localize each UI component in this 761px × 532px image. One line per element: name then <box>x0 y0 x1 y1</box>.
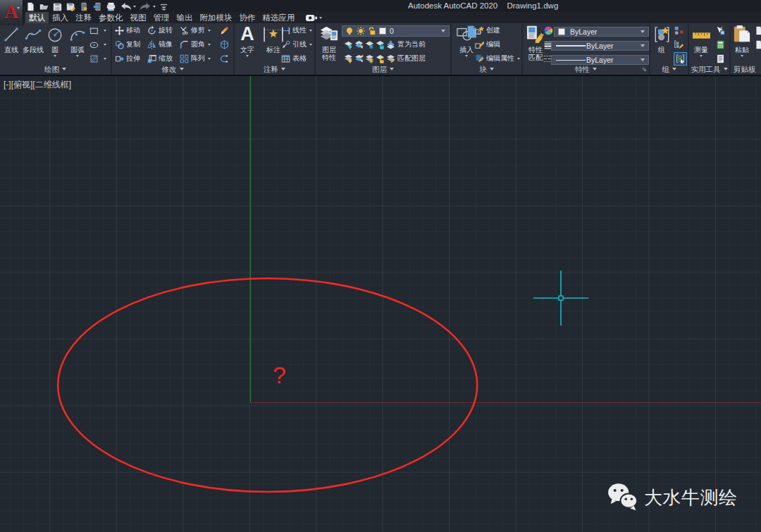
rectangle-button[interactable] <box>89 25 106 36</box>
line-button[interactable]: 直线 <box>1 25 21 54</box>
hatch-button[interactable] <box>89 53 106 64</box>
cut-button[interactable] <box>755 25 761 36</box>
lineweight-dropdown[interactable]: ByLayer <box>551 41 649 51</box>
watermark-text: 大水牛测绘 <box>644 485 738 510</box>
join-button[interactable] <box>220 53 231 64</box>
open-from-web-mobile-button[interactable] <box>79 1 89 12</box>
explode-button[interactable] <box>220 39 231 50</box>
paste-button[interactable]: 粘贴 <box>732 25 752 57</box>
autocad-window: A Autodesk AutoCAD 2020 Drawing1.dwg 默认 … <box>0 0 761 532</box>
ungroup-button[interactable] <box>674 25 686 36</box>
leader-button[interactable]: 引线 <box>281 39 312 50</box>
panel-block: 插入 创建 编辑 编辑属性 块 <box>452 23 523 75</box>
tab-output[interactable]: 输出 <box>173 12 197 23</box>
undo-button[interactable] <box>119 1 136 12</box>
tab-featured-apps[interactable]: 精选应用 <box>259 12 299 23</box>
linetype-value: ByLayer <box>586 56 614 64</box>
tab-parametric[interactable]: 参数化 <box>95 12 127 23</box>
panel-title-draw[interactable]: 绘图 <box>0 65 111 73</box>
group-edit-button[interactable] <box>674 39 686 50</box>
object-color-dropdown[interactable]: ByLayer <box>554 27 649 37</box>
save-to-web-mobile-button[interactable] <box>92 1 103 12</box>
insert-block-icon <box>456 25 477 43</box>
quick-select-button[interactable] <box>716 25 727 36</box>
copy-button[interactable]: 复制 <box>115 39 140 50</box>
properties-dialog-launcher-icon[interactable]: ⇘ <box>641 66 647 73</box>
circle-button[interactable]: 圆 <box>45 25 65 57</box>
list-button[interactable] <box>716 53 727 64</box>
open-button[interactable] <box>39 1 49 12</box>
table-button[interactable]: 表格 <box>281 53 307 64</box>
tab-home[interactable]: 默认 <box>25 12 49 23</box>
layer-on-icon <box>344 54 353 63</box>
panel-title-group[interactable]: 组 <box>650 65 688 73</box>
arc-button[interactable]: 圆弧 <box>66 25 89 57</box>
save-button[interactable] <box>52 1 63 12</box>
panel-title-modify[interactable]: 修改 <box>112 65 233 73</box>
scale-button[interactable]: 缩放 <box>147 53 173 64</box>
layer-unlock-button[interactable] <box>376 53 387 64</box>
panel-title-clipboard[interactable]: 剪贴板 <box>731 65 761 73</box>
group-button[interactable]: 组 <box>652 25 672 54</box>
edit-block-button[interactable]: 编辑 <box>475 39 500 50</box>
scale-icon <box>147 54 156 63</box>
save-as-button[interactable] <box>66 1 76 12</box>
mirror-button[interactable]: 镜像 <box>147 39 173 50</box>
layer-off-button[interactable] <box>344 39 355 50</box>
ellipse-button[interactable] <box>89 39 106 50</box>
application-menu-button[interactable]: A <box>0 0 23 25</box>
linear-dimension-button[interactable]: 线性 <box>281 25 312 36</box>
quick-select-icon <box>716 26 725 35</box>
rotate-button[interactable]: 旋转 <box>147 25 173 36</box>
fillet-button[interactable]: 圆角 <box>180 39 211 50</box>
text-button[interactable]: A 文字 <box>237 25 258 57</box>
panel-title-block[interactable]: 块 <box>452 65 521 73</box>
group-selection-toggle[interactable] <box>674 52 687 66</box>
redo-button[interactable] <box>139 1 156 12</box>
erase-button[interactable] <box>220 25 231 36</box>
quick-calculator-button[interactable] <box>716 39 727 50</box>
layer-on-button[interactable] <box>344 53 355 64</box>
measure-button[interactable]: 测量 <box>691 25 712 57</box>
edit-attribute-button[interactable]: 编辑属性 <box>475 53 520 64</box>
tab-insert[interactable]: 插入 <box>49 12 72 23</box>
tab-manage[interactable]: 管理 <box>150 12 173 23</box>
drawing-canvas[interactable]: [-][俯视][二维线框] ? 大水牛测绘 <box>0 76 761 532</box>
layer-properties-button[interactable]: 图层特性 <box>318 25 340 61</box>
trim-button[interactable]: 修剪 <box>180 25 211 36</box>
edit-attribute-icon <box>475 54 484 63</box>
layer-isolate-button[interactable] <box>354 39 366 50</box>
plot-button[interactable] <box>106 1 116 12</box>
customize-qat-button[interactable] <box>159 1 169 12</box>
layer-unisolate-button[interactable] <box>354 53 366 64</box>
polyline-button[interactable]: 多段线 <box>21 25 45 54</box>
panel-title-layers[interactable]: 图层 <box>316 65 450 73</box>
red-ellipse[interactable] <box>58 278 477 492</box>
erase-icon <box>220 26 229 35</box>
panel-title-properties[interactable]: 特性 <box>523 65 649 73</box>
leader-icon <box>281 40 290 49</box>
tab-addins[interactable]: 附加模块 <box>197 12 236 23</box>
move-button[interactable]: 移动 <box>115 25 140 36</box>
tab-collaborate[interactable]: 协作 <box>236 12 259 23</box>
stretch-button[interactable]: 拉伸 <box>115 53 140 64</box>
layer-thaw-button[interactable] <box>365 53 376 64</box>
copy-clip-button[interactable] <box>755 39 761 50</box>
match-layer-button[interactable]: 匹配图层 <box>386 53 426 64</box>
layer-dropdown[interactable]: 0 <box>342 25 450 37</box>
panel-annotation-caret-icon <box>281 68 285 70</box>
panel-title-annotation[interactable]: 注释 <box>235 65 314 73</box>
tab-view[interactable]: 视图 <box>127 12 150 23</box>
layer-freeze-button[interactable] <box>365 39 376 50</box>
linetype-dropdown[interactable]: ByLayer <box>551 55 649 65</box>
panel-title-utilities[interactable]: 实用工具 <box>689 65 729 73</box>
create-block-button[interactable]: 创建 <box>475 25 500 36</box>
array-button[interactable]: 阵列 <box>180 53 211 64</box>
new-button[interactable] <box>25 1 36 12</box>
match-layer-icon <box>386 54 395 63</box>
layer-lock-button[interactable] <box>376 39 387 50</box>
stretch-icon <box>115 54 124 63</box>
make-current-button[interactable]: 置为当前 <box>386 39 426 50</box>
tab-annotate[interactable]: 注释 <box>72 12 95 23</box>
connect-button[interactable] <box>306 13 324 22</box>
